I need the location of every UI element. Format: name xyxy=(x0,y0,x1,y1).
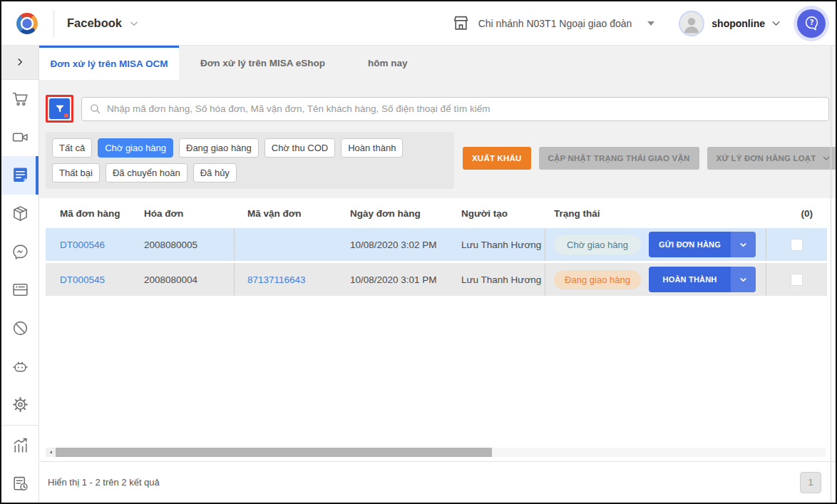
filter-chip-waiting-cod[interactable]: Chờ thu COD xyxy=(265,138,335,158)
tab-today[interactable]: hôm nay xyxy=(346,46,429,80)
col-header-tracking[interactable]: Mã vận đơn xyxy=(235,208,337,219)
chevron-down-icon xyxy=(822,154,831,163)
col-header-selected-count: (0) xyxy=(766,208,827,219)
report-clock-icon xyxy=(11,475,29,493)
creator-name: Lưu Thanh Hương xyxy=(461,240,541,250)
channel-label: Facebook xyxy=(67,16,122,30)
search-row xyxy=(46,95,829,123)
send-order-button[interactable]: GỬI ĐƠN HÀNG xyxy=(649,232,756,257)
branch-label[interactable]: Chi nhánh N03T1 Ngoại giao đoàn xyxy=(478,18,632,29)
row-action-dropdown[interactable] xyxy=(731,232,756,257)
sidebar-item-orders[interactable] xyxy=(1,156,38,195)
update-shipping-status-button[interactable]: CẬP NHẬT TRẠNG THÁI GIAO VẬN xyxy=(539,147,699,170)
livestream-camera-icon xyxy=(11,128,29,146)
header-left: Facebook xyxy=(13,9,139,38)
top-header: Facebook Chi nhánh N03T1 Ngoại giao đoàn… xyxy=(1,1,836,46)
person-icon xyxy=(681,14,702,35)
bulk-process-button[interactable]: XỬ LÝ ĐƠN HÀNG LOẠT xyxy=(707,147,837,170)
order-id-link[interactable]: DT000546 xyxy=(60,240,105,250)
filter-chip-completed[interactable]: Hoàn thành xyxy=(341,138,403,158)
filter-chip-all[interactable]: Tất cả xyxy=(52,138,92,158)
row-action-label: HOÀN THÀNH xyxy=(649,267,731,292)
col-header-status[interactable]: Trạng thái xyxy=(545,208,649,219)
help-button[interactable]: ? xyxy=(797,9,826,38)
sidebar-item-chatbot[interactable] xyxy=(1,347,38,386)
results-summary: Hiển thị 1 - 2 trên 2 kết quả xyxy=(48,477,160,488)
help-bubble-icon: ? xyxy=(803,14,821,32)
filter-notification-dot xyxy=(64,113,68,118)
sidebar-expand-button[interactable] xyxy=(1,46,38,80)
search-box xyxy=(81,97,829,121)
col-header-creator[interactable]: Người tạo xyxy=(447,208,545,219)
filter-chip-cancelled[interactable]: Đã hủy xyxy=(193,163,237,182)
sidebar-item-products[interactable] xyxy=(1,195,38,233)
col-header-date[interactable]: Ngày đơn hàng xyxy=(337,208,447,219)
table-header: Mã đơn hàng Hóa đơn Mã vận đơn Ngày đơn … xyxy=(46,198,827,228)
footer-bar: Hiển thị 1 - 2 trên 2 kết quả 1 xyxy=(39,461,836,503)
analytics-chart-icon xyxy=(11,436,29,454)
scrollbar-track[interactable] xyxy=(56,448,826,457)
search-input[interactable] xyxy=(107,103,821,114)
user-avatar[interactable] xyxy=(679,11,704,36)
cart-icon xyxy=(11,90,29,108)
sidebar-item-livestream[interactable] xyxy=(1,118,38,156)
settings-gear-icon xyxy=(11,396,29,413)
row-checkbox[interactable] xyxy=(791,239,803,251)
annotation-highlight-box xyxy=(46,95,73,123)
page-1-button[interactable]: 1 xyxy=(800,472,821,493)
sidebar-item-blocked[interactable] xyxy=(1,309,38,348)
complete-order-button[interactable]: HOÀN THÀNH xyxy=(649,267,756,292)
sidebar-item-reports[interactable] xyxy=(1,464,38,503)
chevron-down-icon xyxy=(129,19,139,29)
col-header-invoice[interactable]: Hóa đơn xyxy=(135,208,235,219)
status-filter-group: Tất cả Chờ giao hàng Đang giao hàng Chờ … xyxy=(46,132,454,189)
table-row[interactable]: DT000545 2008080004 87137116643 10/08/20… xyxy=(46,263,827,296)
messenger-icon xyxy=(11,243,29,261)
status-badge: Đang giao hàng xyxy=(554,270,641,289)
top-panel: Đơn xử lý trên MISA OCM Đơn xử lý trên M… xyxy=(39,46,836,198)
main-content: Đơn xử lý trên MISA OCM Đơn xử lý trên M… xyxy=(39,46,836,503)
invoice-number: 2008080004 xyxy=(144,274,197,285)
filter-button[interactable] xyxy=(49,98,70,119)
sidebar-item-cart[interactable] xyxy=(1,80,38,118)
creator-name: Lưu Thanh Hương xyxy=(461,274,541,285)
arrow-left-icon xyxy=(48,450,53,455)
status-badge: Chờ giao hàng xyxy=(554,235,641,254)
row-checkbox[interactable] xyxy=(791,274,803,286)
blocked-icon xyxy=(11,319,29,337)
export-button[interactable]: XUẤT KHẨU xyxy=(463,147,531,170)
sidebar-item-pos[interactable] xyxy=(1,271,38,309)
app-window: Facebook Chi nhánh N03T1 Ngoại giao đoàn… xyxy=(0,0,837,504)
filter-chip-waiting-delivery[interactable]: Chờ giao hàng xyxy=(98,138,173,158)
tab-misa-eshop[interactable]: Đơn xử lý trên MISA eShop xyxy=(179,46,346,80)
orders-document-icon xyxy=(11,166,29,184)
tracking-number-link[interactable]: 87137116643 xyxy=(247,274,306,285)
sidebar-item-analytics[interactable] xyxy=(1,426,38,465)
table-row[interactable]: DT000546 2008080005 10/08/2020 3:02 PM L… xyxy=(46,228,827,261)
sidebar-item-messages[interactable] xyxy=(1,232,38,271)
username-label[interactable]: shoponline xyxy=(712,18,765,29)
filter-chip-returned[interactable]: Đã chuyển hoàn xyxy=(106,163,188,182)
invoice-number: 2008080005 xyxy=(144,240,197,250)
sidebar-divider xyxy=(1,425,38,426)
chatbot-icon xyxy=(11,358,29,376)
order-id-link[interactable]: DT000545 xyxy=(60,274,105,285)
tab-misa-ocm[interactable]: Đơn xử lý trên MISA OCM xyxy=(39,46,179,80)
sidebar xyxy=(1,46,39,503)
scroll-left-button[interactable] xyxy=(46,448,56,457)
filter-chip-delivering[interactable]: Đang giao hàng xyxy=(179,138,259,158)
row-action-label: GỬI ĐƠN HÀNG xyxy=(649,232,731,257)
app-logo-icon xyxy=(13,9,41,38)
chevron-down-icon xyxy=(739,275,748,284)
filter-chip-failed[interactable]: Thất bại xyxy=(52,163,100,182)
branch-caret-icon[interactable] xyxy=(647,21,654,26)
scrollbar-thumb[interactable] xyxy=(56,448,492,457)
order-date: 10/08/2020 3:01 PM xyxy=(350,274,437,285)
col-header-order-id[interactable]: Mã đơn hàng xyxy=(46,208,135,219)
chevron-down-icon xyxy=(739,240,748,250)
store-icon xyxy=(452,14,470,32)
sidebar-item-settings[interactable] xyxy=(1,386,38,424)
channel-selector[interactable]: Facebook xyxy=(67,16,139,30)
row-action-dropdown[interactable] xyxy=(731,267,756,292)
user-menu-chevron-icon[interactable] xyxy=(771,18,781,29)
